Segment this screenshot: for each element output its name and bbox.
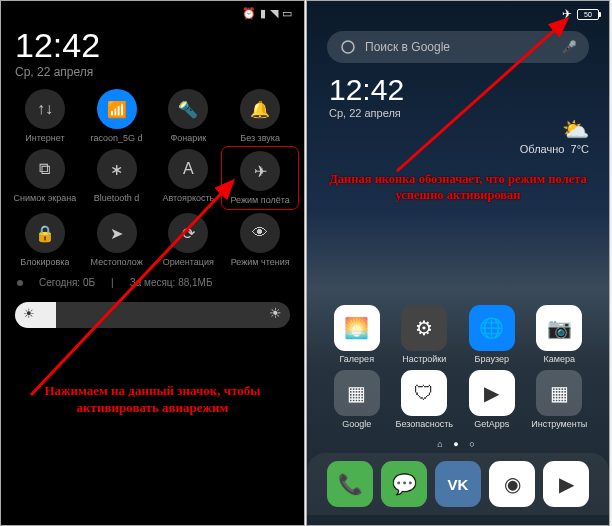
bluetooth-icon: ∗ bbox=[97, 149, 137, 189]
mute-icon: 🔔 bbox=[240, 89, 280, 129]
airplane-status-icon: ✈ bbox=[562, 7, 572, 21]
screenshot-icon: ⧉ bbox=[25, 149, 65, 189]
gallery-app-icon: 🌅 bbox=[334, 305, 380, 351]
getapps-app[interactable]: ▶GetApps bbox=[463, 370, 521, 429]
clock-date: Ср, 22 апреля bbox=[15, 65, 290, 79]
search-placeholder: Поиск в Google bbox=[365, 40, 554, 54]
app-label: Браузер bbox=[475, 354, 509, 364]
wifi-tile[interactable]: 📶racoon_5G d bbox=[81, 89, 153, 143]
alarm-icon: ⏰ bbox=[242, 7, 256, 20]
chrome-app-icon: ◉ bbox=[489, 461, 535, 507]
screenshot-tile[interactable]: ⧉Снимок экрана bbox=[9, 149, 81, 207]
app-label: Google bbox=[342, 419, 371, 429]
data-usage[interactable]: Сегодня: 0Б | За месяц: 88,1МБ bbox=[1, 273, 304, 292]
clock-widget[interactable]: 12:42 Ср, 22 апреля bbox=[307, 63, 609, 125]
app-label: Безопасность bbox=[396, 419, 453, 429]
orientation-tile[interactable]: ⟳Ориентация bbox=[153, 213, 225, 267]
vk-app[interactable]: VK bbox=[431, 461, 485, 507]
phone-app-icon: 📞 bbox=[327, 461, 373, 507]
tile-label: Режим чтения bbox=[231, 257, 290, 267]
app-label: Настройки bbox=[402, 354, 446, 364]
tile-label: Режим полёта bbox=[231, 195, 290, 205]
airplane-mode-tile[interactable]: ✈Режим полёта bbox=[224, 149, 296, 207]
wifi-status-icon: ◥ bbox=[270, 7, 278, 20]
app-label: Инструменты bbox=[531, 419, 587, 429]
camera-app-icon: 📷 bbox=[536, 305, 582, 351]
settings-app[interactable]: ⚙Настройки bbox=[395, 305, 453, 364]
tile-label: Интернет bbox=[25, 133, 64, 143]
play-app-icon: ▶ bbox=[543, 461, 589, 507]
home-apps: 🌅Галерея⚙Настройки🌐Браузер📷Камера ▦Googl… bbox=[307, 305, 609, 525]
app-label: GetApps bbox=[474, 419, 509, 429]
lock-icon: 🔒 bbox=[25, 213, 65, 253]
lock-tile[interactable]: 🔒Блокировка bbox=[9, 213, 81, 267]
browser-app-icon: 🌐 bbox=[469, 305, 515, 351]
clock-time: 12:42 bbox=[15, 26, 290, 65]
airplane-mode-icon: ✈ bbox=[240, 151, 280, 191]
flashlight-tile[interactable]: 🔦Фонарик bbox=[153, 89, 225, 143]
battery-icon: ▭ bbox=[282, 7, 292, 20]
wifi-icon: 📶 bbox=[97, 89, 137, 129]
clock: 12:42 Ср, 22 апреля bbox=[1, 26, 304, 79]
statusbar: ⏰ ▮ ◥ ▭ bbox=[1, 1, 304, 26]
weather-widget[interactable]: ⛅ Облачно 7°C bbox=[520, 117, 589, 155]
mic-icon[interactable]: 🎤 bbox=[562, 40, 577, 54]
location-tile[interactable]: ➤Местополож bbox=[81, 213, 153, 267]
app-label: Галерея bbox=[339, 354, 374, 364]
mute-tile[interactable]: 🔔Без звука bbox=[224, 89, 296, 143]
weather-icon: ⛅ bbox=[520, 117, 589, 143]
internet-icon: ↑↓ bbox=[25, 89, 65, 129]
bluetooth-tile[interactable]: ∗Bluetooth d bbox=[81, 149, 153, 207]
phone-app[interactable]: 📞 bbox=[323, 461, 377, 507]
reading-mode-icon: 👁 bbox=[240, 213, 280, 253]
camera-app[interactable]: 📷Камера bbox=[530, 305, 588, 364]
tile-label: Автояркость bbox=[162, 193, 214, 203]
annotation-caption: Нажимаем на данный значок, чтобы активир… bbox=[5, 383, 300, 417]
chrome-app[interactable]: ◉ bbox=[485, 461, 539, 507]
tile-label: Снимок экрана bbox=[14, 193, 77, 203]
location-icon: ➤ bbox=[97, 213, 137, 253]
app-label: Камера bbox=[544, 354, 575, 364]
tools-folder-icon: ▦ bbox=[536, 370, 582, 416]
google-g-icon bbox=[339, 38, 357, 56]
vk-app-icon: VK bbox=[435, 461, 481, 507]
tile-label: Фонарик bbox=[170, 133, 206, 143]
clock-time: 12:42 bbox=[329, 73, 587, 107]
security-app[interactable]: 🛡Безопасность bbox=[395, 370, 453, 429]
internet-tile[interactable]: ↑↓Интернет bbox=[9, 89, 81, 143]
google-folder-icon: ▦ bbox=[334, 370, 380, 416]
brightness-slider[interactable] bbox=[15, 302, 290, 328]
reading-mode-tile[interactable]: 👁Режим чтения bbox=[224, 213, 296, 267]
orientation-icon: ⟳ bbox=[168, 213, 208, 253]
tile-label: Ориентация bbox=[163, 257, 214, 267]
tools-folder[interactable]: ▦Инструменты bbox=[530, 370, 588, 429]
statusbar: ✈ 50 bbox=[307, 1, 609, 27]
tile-label: Местополож bbox=[91, 257, 143, 267]
security-app-icon: 🛡 bbox=[401, 370, 447, 416]
quick-settings-grid: ↑↓Интернет📶racoon_5G d🔦Фонарик🔔Без звука… bbox=[1, 79, 304, 273]
tile-label: Bluetooth d bbox=[94, 193, 140, 203]
tile-label: Блокировка bbox=[20, 257, 69, 267]
phone-screenshot-left: ⏰ ▮ ◥ ▭ 12:42 Ср, 22 апреля ↑↓Интернет📶r… bbox=[0, 0, 305, 526]
play-app[interactable]: ▶ bbox=[539, 461, 593, 507]
autobright-tile[interactable]: AАвтояркость bbox=[153, 149, 225, 207]
getapps-app-icon: ▶ bbox=[469, 370, 515, 416]
flashlight-icon: 🔦 bbox=[168, 89, 208, 129]
battery-icon: 50 bbox=[577, 9, 599, 20]
signal-icon: ▮ bbox=[260, 7, 266, 20]
tile-label: Без звука bbox=[240, 133, 280, 143]
page-dots[interactable]: ⌂ ● ○ bbox=[307, 435, 609, 453]
browser-app[interactable]: 🌐Браузер bbox=[463, 305, 521, 364]
google-search-bar[interactable]: Поиск в Google 🎤 bbox=[327, 31, 589, 63]
autobright-icon: A bbox=[168, 149, 208, 189]
data-today: Сегодня: 0Б bbox=[39, 277, 95, 288]
google-folder[interactable]: ▦Google bbox=[328, 370, 386, 429]
settings-app-icon: ⚙ bbox=[401, 305, 447, 351]
svg-point-1 bbox=[342, 41, 354, 53]
annotation-caption: Данная иконка обозначает, что режим поле… bbox=[313, 171, 603, 204]
data-month: За месяц: 88,1МБ bbox=[130, 277, 213, 288]
messages-app-icon: 💬 bbox=[381, 461, 427, 507]
messages-app[interactable]: 💬 bbox=[377, 461, 431, 507]
tile-label: racoon_5G d bbox=[91, 133, 143, 143]
gallery-app[interactable]: 🌅Галерея bbox=[328, 305, 386, 364]
